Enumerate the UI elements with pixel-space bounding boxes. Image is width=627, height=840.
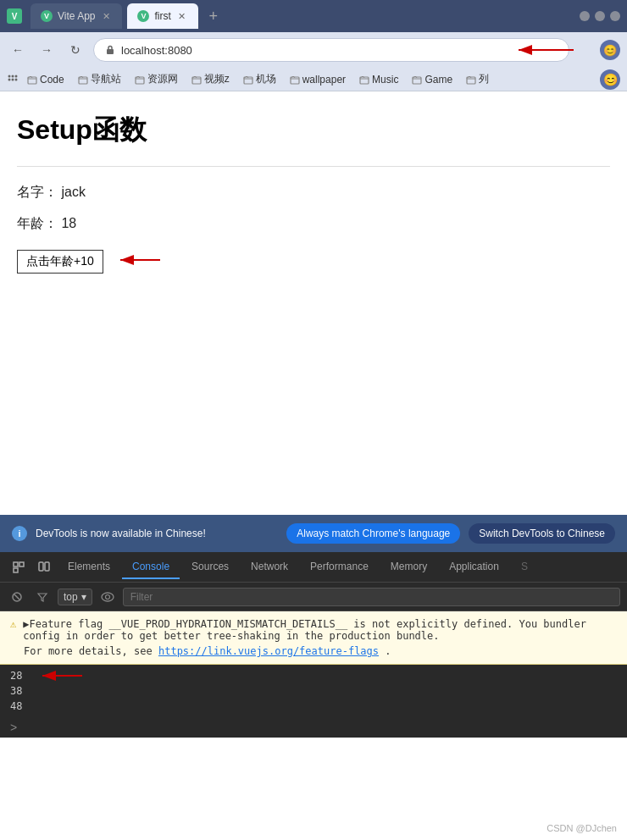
tab-performance[interactable]: Performance [300,555,379,579]
console-link-prefix: For more details, see [24,645,158,657]
bookmark-game[interactable]: Game [407,72,458,87]
window-minimize[interactable] [580,11,590,21]
tab-vite-app[interactable]: V Vite App ✕ [31,3,122,29]
bookmark-label-music: Music [372,74,398,86]
svg-point-3 [8,75,11,77]
bookmarks-bar: Code 导航站 资源网 视频z 机场 wallpaper Music Game… [0,68,627,91]
folder-icon-wallpaper [290,75,300,85]
tab-memory[interactable]: Memory [380,555,437,579]
console-link-suffix: . [385,645,391,657]
bookmark-resource[interactable]: 资源网 [130,70,183,88]
forward-button[interactable]: → [36,39,58,61]
eye-button[interactable] [97,587,118,607]
tab-more[interactable]: S [511,555,538,579]
tab-elements[interactable]: Elements [58,555,120,579]
devtools-panel: Elements Console Sources Network Perform… [0,552,627,738]
context-selector[interactable]: top ▾ [58,589,92,605]
console-link-row: For more details, see https://link.vuejs… [10,645,617,657]
tab-favicon-vite: V [41,10,53,22]
tab-close-vite[interactable]: ✕ [100,10,112,22]
switch-devtools-button[interactable]: Switch DevTools to Chinese [469,523,615,544]
context-dropdown-icon: ▾ [81,591,86,603]
bookmark-code[interactable]: Code [22,72,69,87]
address-input[interactable]: localhost:8080 [93,38,569,62]
profile-button[interactable]: 😊 [600,40,620,60]
svg-point-7 [12,78,14,80]
devtools-inspect-icon[interactable] [7,555,31,579]
folder-icon-video [191,75,202,85]
browser-titlebar: V V Vite App ✕ V first ✕ + [0,0,627,32]
console-chevron: > [0,717,627,738]
svg-point-28 [105,594,109,599]
folder-icon-code [27,75,37,85]
svg-rect-20 [14,562,18,566]
bookmark-list[interactable]: 列 [461,70,494,88]
folder-icon-resource [135,75,145,85]
bookmark-label-airport: 机场 [256,72,276,86]
console-filter-input[interactable] [123,588,620,606]
tab-first[interactable]: V first ✕ [127,3,197,29]
folder-icon-list [466,75,476,85]
reload-button[interactable]: ↻ [64,39,86,61]
tab-application[interactable]: Application [439,555,509,579]
svg-rect-12 [192,77,201,84]
match-language-button[interactable]: Always match Chrome's language [286,523,460,544]
warning-icon: ⚠ [10,618,16,630]
account-icon[interactable]: 😊 [600,69,620,90]
bookmark-label-list: 列 [479,72,489,86]
bookmark-video[interactable]: 视频z [186,70,235,88]
console-clear-icon[interactable] [7,587,27,607]
bookmark-label-wallpaper: wallpaper [302,74,346,86]
bookmark-airport[interactable]: 机场 [238,70,281,88]
devtools-toolbar: top ▾ [0,583,627,611]
svg-line-26 [14,594,19,600]
devtools-tabbar: Elements Console Sources Network Perform… [0,552,627,583]
bookmark-label-resource: 资源网 [147,72,178,86]
age-row: 年龄： 18 [17,215,610,233]
svg-rect-15 [360,77,369,84]
console-filter-icon[interactable] [32,587,53,607]
back-button[interactable]: ← [7,39,29,61]
tab-network[interactable]: Network [241,555,298,579]
bookmark-label-code: Code [40,74,64,86]
svg-point-5 [15,75,18,77]
console-link[interactable]: https://link.vuejs.org/feature-flags [158,645,379,657]
window-maximize[interactable] [595,11,605,21]
bookmark-label-game: Game [424,74,452,86]
svg-point-6 [8,78,11,80]
bookmark-wallpaper[interactable]: wallpaper [285,72,351,87]
num-28: 28 [10,670,22,682]
svg-rect-22 [14,568,18,572]
tab-close-first[interactable]: ✕ [176,10,188,22]
bookmark-label-video: 视频z [204,72,230,86]
svg-rect-14 [291,77,299,84]
new-tab-button[interactable]: + [203,6,224,26]
svg-point-8 [15,78,18,80]
notification-text: DevTools is now available in Chinese! [36,528,278,539]
console-warning-text: ▶Feature flag __VUE_PROD_HYDRATION_MISMA… [23,618,617,642]
csdn-watermark: CSDN @DJchen [547,823,617,833]
devtools-cursor-icon[interactable] [32,555,56,579]
tab-console[interactable]: Console [122,555,180,579]
svg-rect-16 [413,77,421,84]
name-row: 名字： jack [17,184,610,202]
console-num-28: 28 [10,668,617,683]
svg-rect-9 [28,77,36,84]
svg-rect-11 [136,77,144,84]
bookmark-music[interactable]: Music [354,72,403,87]
context-label: top [64,591,78,603]
window-close[interactable] [610,11,620,21]
tab-sources[interactable]: Sources [181,555,239,579]
console-warning-block: ⚠ ▶Feature flag __VUE_PROD_HYDRATION_MIS… [0,611,627,665]
svg-rect-10 [79,77,87,84]
folder-icon-nav [78,75,88,85]
page-title: Setup函数 [17,112,610,149]
svg-rect-23 [39,562,43,571]
name-value: jack [61,185,85,199]
tab-title-first: first [154,10,170,22]
bookmark-nav[interactable]: 导航站 [73,70,126,88]
name-label: 名字： [17,185,58,199]
address-bar-row: ← → ↻ localhost:8080 😊 [0,32,627,68]
console-num-38: 38 [10,683,617,699]
age-increment-button[interactable]: 点击年龄+10 [17,250,103,274]
